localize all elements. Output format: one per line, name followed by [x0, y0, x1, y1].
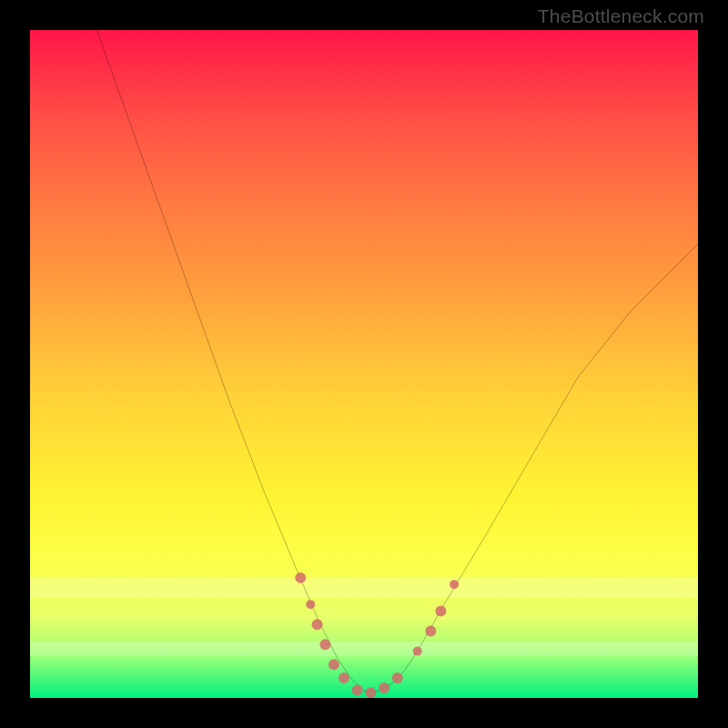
curve-line [96, 30, 698, 692]
marker-dot [352, 684, 363, 695]
marker-dot [379, 682, 389, 693]
marker-dot [425, 626, 436, 637]
marker-dot [392, 672, 403, 683]
chart-frame: TheBottleneck.com [0, 0, 728, 728]
marker-dot [329, 659, 339, 670]
marker-dot [306, 600, 315, 609]
marker-dot [319, 639, 330, 650]
marker-dot [295, 572, 306, 583]
curve-layer [30, 30, 698, 698]
watermark-text: TheBottleneck.com [538, 5, 704, 27]
marker-dot [365, 687, 376, 698]
marker-dot [435, 606, 446, 617]
marker-dot [413, 647, 422, 656]
marker-dot [339, 672, 349, 683]
marker-dot [312, 619, 323, 630]
marker-dot [450, 580, 459, 589]
bottleneck-curve-path [96, 30, 698, 692]
curve-markers [295, 572, 459, 698]
plot-area [30, 30, 698, 698]
